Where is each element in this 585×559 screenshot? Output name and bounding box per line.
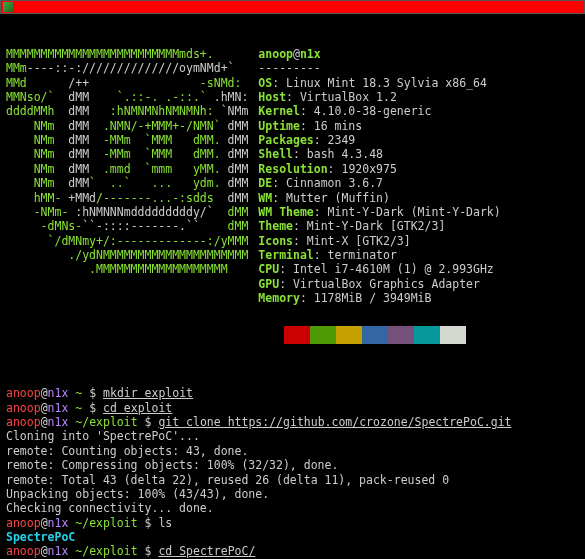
swatch (310, 326, 336, 344)
info-label: GPU (258, 277, 279, 291)
info-label: Theme (258, 219, 293, 233)
info-label: Memory (258, 291, 300, 305)
neofetch-ascii: MMMMMMMMMMMMMMMMMMMMMMMMMmds+.MMm----::-… (6, 47, 248, 344)
info-value: : VirtualBox Graphics Adapter (279, 277, 480, 291)
info-row: CPU: Intel i7-4610M (1) @ 2.993GHz (258, 262, 500, 276)
info-label: WM (258, 191, 272, 205)
command-text: cd exploit (103, 401, 172, 415)
swatch (414, 326, 440, 344)
info-label: Host (258, 90, 286, 104)
info-label: Icons (258, 234, 293, 248)
info-row: Packages: 2349 (258, 133, 500, 147)
info-value: : Mint-Y-Dark [GTK2/3] (293, 219, 445, 233)
info-label: DE (258, 176, 272, 190)
command-text: git clone https://github.com/crozone/Spe… (158, 415, 511, 429)
info-value: : 4.10.0-38-generic (300, 104, 432, 118)
color-swatches (258, 326, 500, 344)
info-row: WM: Mutter (Muffin) (258, 191, 500, 205)
info-row: Host: VirtualBox 1.2 (258, 90, 500, 104)
swatch (388, 326, 414, 344)
info-value: : 2349 (314, 133, 356, 147)
info-row: Kernel: 4.10.0-38-generic (258, 104, 500, 118)
info-separator: --------- (258, 61, 500, 75)
output-dir: SpectrePoC (6, 530, 579, 544)
info-value: : Mint-Y-Dark (Mint-Y-Dark) (314, 205, 501, 219)
info-label: Packages (258, 133, 313, 147)
output-line: Checking connectivity... done. (6, 501, 579, 515)
info-row: WM Theme: Mint-Y-Dark (Mint-Y-Dark) (258, 205, 500, 219)
info-label: Kernel (258, 104, 300, 118)
info-label: WM Theme (258, 205, 313, 219)
info-row: OS: Linux Mint 18.3 Sylvia x86_64 (258, 76, 500, 90)
mint-icon (3, 2, 13, 12)
window-titlebar[interactable] (0, 0, 585, 14)
info-value: : Cinnamon 3.6.7 (272, 176, 383, 190)
info-row: DE: Cinnamon 3.6.7 (258, 176, 500, 190)
output-line: remote: Compressing objects: 100% (32/32… (6, 458, 579, 472)
info-label: Resolution (258, 162, 327, 176)
info-value: : Mutter (Muffin) (272, 191, 390, 205)
info-label: Shell (258, 147, 293, 161)
info-row: Shell: bash 4.3.48 (258, 147, 500, 161)
swatch (362, 326, 388, 344)
swatch (284, 326, 310, 344)
info-row: GPU: VirtualBox Graphics Adapter (258, 277, 500, 291)
output-line: Cloning into 'SpectrePoC'... (6, 429, 579, 443)
neofetch-info: anoop@n1x---------OS: Linux Mint 18.3 Sy… (258, 47, 500, 344)
info-value: : 16 mins (300, 119, 362, 133)
info-value: : bash 4.3.48 (293, 147, 383, 161)
output-line: remote: Counting objects: 43, done. (6, 444, 579, 458)
command-history: anoop@n1x ~ $ mkdir exploitanoop@n1x ~ $… (6, 386, 579, 559)
info-value: : Linux Mint 18.3 Sylvia x86_64 (272, 76, 487, 90)
info-label: Uptime (258, 119, 300, 133)
output-line: remote: Total 43 (delta 22), reused 26 (… (6, 473, 579, 487)
prompt-line: anoop@n1x ~ $ cd exploit (6, 401, 579, 415)
info-label: OS (258, 76, 272, 90)
swatch (440, 326, 466, 344)
info-row: Icons: Mint-X [GTK2/3] (258, 234, 500, 248)
info-value: : Intel i7-4610M (1) @ 2.993GHz (279, 262, 494, 276)
prompt-line: anoop@n1x ~/exploit $ cd SpectrePoC/ (6, 544, 579, 558)
swatch (336, 326, 362, 344)
info-row: Memory: 1178MiB / 3949MiB (258, 291, 500, 305)
info-row: Uptime: 16 mins (258, 119, 500, 133)
info-label: Terminal (258, 248, 313, 262)
info-value: : 1178MiB / 3949MiB (300, 291, 432, 305)
prompt-line: anoop@n1x ~ $ mkdir exploit (6, 386, 579, 400)
info-userhost: anoop@n1x (258, 47, 500, 61)
info-value: : VirtualBox 1.2 (286, 90, 397, 104)
output-line: Unpacking objects: 100% (43/43), done. (6, 487, 579, 501)
command-text: cd SpectrePoC/ (158, 544, 255, 558)
command-text: mkdir exploit (103, 386, 193, 400)
command-text: ls (158, 516, 172, 530)
info-value: : 1920x975 (328, 162, 397, 176)
info-row: Resolution: 1920x975 (258, 162, 500, 176)
terminal-viewport[interactable]: MMMMMMMMMMMMMMMMMMMMMMMMMmds+.MMm----::-… (0, 14, 585, 559)
info-label: CPU (258, 262, 279, 276)
prompt-line: anoop@n1x ~/exploit $ ls (6, 516, 579, 530)
info-row: Terminal: terminator (258, 248, 500, 262)
prompt-line: anoop@n1x ~/exploit $ git clone https://… (6, 415, 579, 429)
swatch (258, 326, 284, 344)
info-row: Theme: Mint-Y-Dark [GTK2/3] (258, 219, 500, 233)
info-value: : terminator (314, 248, 397, 262)
info-value: : Mint-X [GTK2/3] (293, 234, 411, 248)
